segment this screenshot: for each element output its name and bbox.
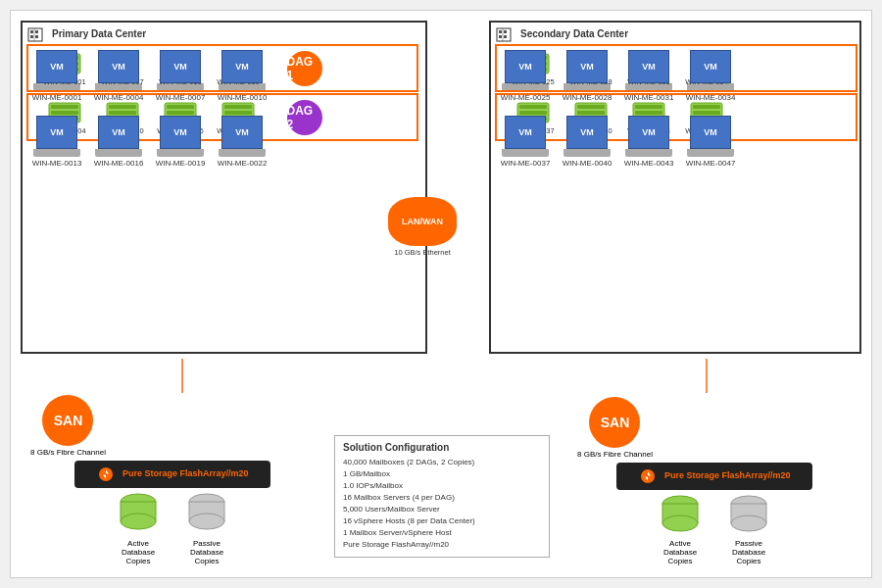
vm-box-0004 bbox=[98, 50, 139, 83]
svg-point-88 bbox=[189, 514, 224, 529]
svg-rect-75 bbox=[635, 105, 662, 109]
secondary-data-center: Secondary Data Center WIN-ME-025 bbox=[489, 21, 861, 354]
vm-box-0010 bbox=[221, 50, 263, 83]
vm-box-0016 bbox=[98, 116, 139, 149]
secondary-active-label: Active Database Copies bbox=[656, 539, 705, 565]
solution-item: 16 Mailbox Servers (4 per DAG) bbox=[343, 492, 541, 504]
vm-base-0022 bbox=[219, 149, 266, 157]
building-icon-primary bbox=[26, 24, 44, 42]
vm-box-s0031 bbox=[628, 50, 669, 83]
vm-label-0013: WIN-ME-0013 bbox=[32, 159, 82, 168]
vm-base-s0037 bbox=[502, 149, 549, 157]
vm-base-s0047 bbox=[687, 149, 734, 157]
active-copies-icon bbox=[117, 492, 160, 535]
secondary-flash-array: Pure Storage FlashArray//m20 bbox=[616, 463, 812, 490]
secondary-storage-section: SAN 8 GB/s Fibre Channel Pure Storage Fl… bbox=[577, 397, 852, 565]
secondary-san-icon: SAN 8 GB/s Fibre Channel bbox=[577, 397, 653, 459]
svg-rect-37 bbox=[167, 105, 194, 109]
solution-item: 40,000 Mailboxes (2 DAGs, 2 Copies) bbox=[343, 457, 541, 468]
svg-rect-80 bbox=[693, 111, 720, 115]
svg-rect-42 bbox=[224, 111, 252, 115]
dag1-circle: DAG 1 bbox=[287, 51, 322, 86]
svg-rect-34 bbox=[109, 111, 136, 115]
flash-icon-primary bbox=[96, 466, 116, 482]
solution-item: 1 GB/Mailbox bbox=[343, 468, 541, 480]
vm-label-s0047: WIN-ME-0047 bbox=[686, 159, 736, 168]
active-copies-label: Active Database Copies bbox=[114, 539, 163, 565]
vm-box-0019 bbox=[160, 116, 201, 149]
solution-item: 16 vSphere Hosts (8 per Data Center) bbox=[343, 515, 541, 527]
vm-box-0001 bbox=[36, 50, 77, 83]
svg-rect-9 bbox=[30, 35, 33, 38]
primary-passive-copies: Passive Database Copies bbox=[182, 492, 231, 565]
svg-point-85 bbox=[121, 514, 156, 529]
vm-base-0019 bbox=[157, 149, 204, 157]
diagram-container: Primary Data Center WIN-ME-001 bbox=[10, 10, 872, 578]
svg-rect-47 bbox=[499, 35, 502, 38]
vm-base-0013 bbox=[33, 149, 80, 157]
primary-san-label: 8 GB/s Fibre Channel bbox=[30, 448, 106, 457]
svg-rect-72 bbox=[577, 111, 605, 115]
vm-label-0022: WIN-ME-0022 bbox=[218, 159, 268, 168]
solution-config-box: Solution Configuration 40,000 Mailboxes … bbox=[334, 435, 550, 558]
vm-box-0007 bbox=[160, 50, 201, 83]
svg-rect-79 bbox=[693, 105, 720, 109]
vm-box-s0043 bbox=[628, 116, 669, 149]
svg-rect-33 bbox=[109, 105, 136, 109]
vm-box-0022 bbox=[221, 116, 263, 149]
solution-items: 40,000 Mailboxes (2 DAGs, 2 Copies)1 GB/… bbox=[343, 457, 541, 551]
svg-rect-44 bbox=[497, 28, 511, 41]
solution-item: 1.0 IOPs/Mailbox bbox=[343, 480, 541, 492]
primary-storage-section: SAN 8 GB/s Fibre Channel Pure Storage Fl… bbox=[30, 395, 315, 565]
svg-rect-6 bbox=[28, 28, 42, 41]
lanwan-label: LAN/WAN bbox=[402, 217, 443, 226]
vm-label-0016: WIN-ME-0016 bbox=[94, 159, 144, 168]
svg-rect-46 bbox=[504, 30, 507, 33]
secondary-passive-copies: Passive Database Copies bbox=[724, 494, 773, 565]
solution-item: 5,000 Users/Mailbox Server bbox=[343, 504, 541, 515]
secondary-passive-icon bbox=[727, 494, 770, 537]
svg-rect-30 bbox=[51, 111, 78, 115]
primary-san-circle: SAN bbox=[42, 395, 93, 446]
primary-san-area: SAN 8 GB/s Fibre Channel bbox=[30, 395, 315, 457]
svg-rect-29 bbox=[51, 105, 78, 109]
svg-rect-8 bbox=[35, 30, 38, 33]
svg-rect-41 bbox=[224, 105, 252, 109]
vm-box-s0047 bbox=[690, 116, 731, 149]
solution-item: 1 Mailbox Server/vSphere Host bbox=[343, 527, 541, 539]
primary-copies: Active Database Copies Passive Database … bbox=[30, 492, 315, 565]
secondary-dc-label: Secondary Data Center bbox=[516, 26, 632, 41]
primary-dc-header: Primary Data Center bbox=[23, 23, 425, 44]
dag2-secondary-row: WIN-ME-037 WIN-ME-040 bbox=[501, 97, 852, 137]
primary-data-center: Primary Data Center WIN-ME-001 bbox=[21, 21, 427, 354]
lanwan-speed: 10 GB/s Ethernet bbox=[383, 248, 462, 257]
passive-copies-icon bbox=[185, 492, 228, 535]
secondary-san-label: 8 GB/s Fibre Channel bbox=[577, 450, 653, 459]
primary-dc-label: Primary Data Center bbox=[48, 26, 150, 41]
flash-icon-secondary bbox=[638, 468, 658, 484]
primary-active-copies: Active Database Copies bbox=[114, 492, 163, 565]
svg-rect-48 bbox=[504, 35, 507, 38]
svg-rect-68 bbox=[519, 111, 547, 115]
svg-rect-38 bbox=[167, 111, 194, 115]
vm-label-s0040: WIN-ME-0040 bbox=[563, 159, 612, 168]
vm-base-s0040 bbox=[564, 149, 611, 157]
vm-base-0016 bbox=[95, 149, 142, 157]
secondary-active-copies: Active Database Copies bbox=[656, 494, 705, 565]
vm-label-s0043: WIN-ME-0043 bbox=[624, 159, 674, 168]
svg-rect-10 bbox=[35, 35, 38, 38]
svg-rect-71 bbox=[577, 105, 605, 109]
svg-rect-67 bbox=[519, 105, 547, 109]
vm-base-s0043 bbox=[625, 149, 672, 157]
secondary-dc-header: Secondary Data Center bbox=[491, 23, 859, 44]
vm-box-s0025 bbox=[505, 50, 546, 83]
svg-point-92 bbox=[662, 515, 698, 531]
secondary-san-circle: SAN bbox=[589, 397, 640, 448]
dag2-circle: DAG 2 bbox=[287, 100, 322, 135]
svg-rect-7 bbox=[30, 30, 33, 33]
secondary-copies: Active Database Copies Passive Database … bbox=[577, 494, 852, 565]
svg-rect-76 bbox=[635, 111, 662, 115]
solution-config-title: Solution Configuration bbox=[343, 442, 541, 453]
primary-flash-array: Pure Storage FlashArray//m20 bbox=[74, 461, 270, 488]
vm-label-0019: WIN-ME-0019 bbox=[156, 159, 206, 168]
